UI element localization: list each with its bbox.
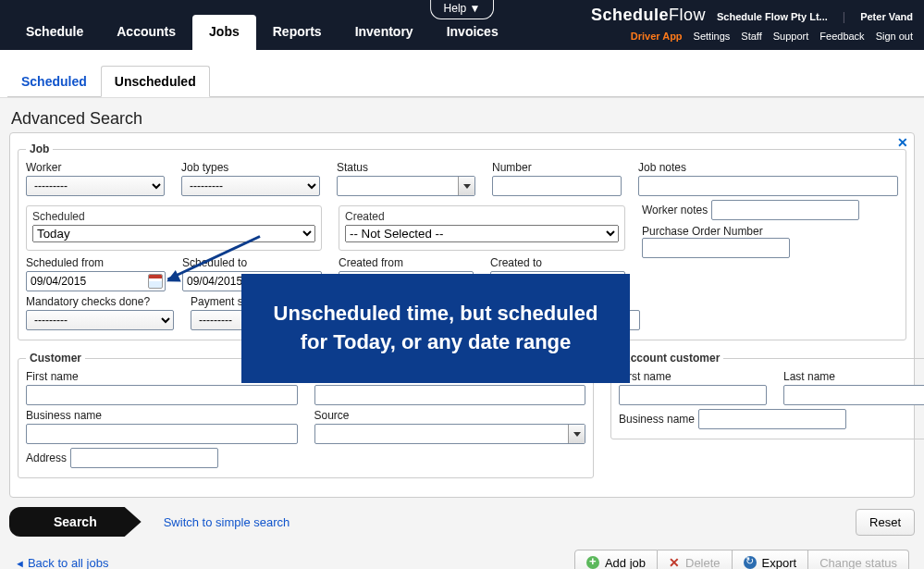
worker-label: Worker (26, 161, 165, 174)
cust-business-input[interactable] (26, 424, 298, 444)
calendar-icon[interactable] (148, 274, 163, 289)
number-input[interactable] (492, 176, 622, 196)
add-job-button[interactable]: Add job (574, 550, 658, 569)
number-label: Number (492, 161, 622, 174)
link-driver-app[interactable]: Driver App (631, 31, 683, 42)
nav-inventory[interactable]: Inventory (339, 15, 430, 50)
link-sign-out[interactable]: Sign out (876, 31, 913, 42)
back-to-jobs-link[interactable]: Back to all jobs (15, 556, 108, 570)
created-group: Created -- Not Selected -- (339, 205, 625, 251)
export-icon (744, 556, 757, 569)
user-name[interactable]: Peter Vand (860, 11, 913, 22)
account-customer-legend: Account customer (619, 352, 723, 365)
po-number-label: Purchase Order Number (642, 225, 763, 238)
advanced-search-title: Advanced Search (11, 109, 915, 129)
sub-tab-area: Scheduled Unscheduled (0, 50, 924, 98)
status-input[interactable] (337, 176, 475, 196)
job-notes-input[interactable] (638, 176, 898, 196)
scheduled-from-input[interactable] (26, 271, 166, 291)
company-name[interactable]: Schedule Flow Pty Lt... (717, 11, 828, 22)
brand-logo: ScheduleFlow (591, 6, 706, 25)
customer-legend: Customer (26, 352, 85, 365)
nav-jobs[interactable]: Jobs (192, 15, 256, 50)
cust-address-label: Address (26, 451, 67, 464)
acct-business-input[interactable] (698, 409, 846, 429)
job-notes-label: Job notes (638, 161, 898, 174)
nav-reports[interactable]: Reports (256, 15, 339, 50)
scheduled-group: Scheduled Today (26, 205, 322, 251)
acct-last-name-input[interactable] (783, 385, 924, 405)
worker-select[interactable]: --------- (26, 176, 165, 196)
worker-notes-input[interactable] (711, 200, 859, 220)
created-from-label: Created from (339, 256, 474, 269)
separator: | (843, 9, 845, 23)
mandatory-checks-label: Mandatory checks done? (26, 295, 174, 308)
mandatory-checks-select[interactable]: --------- (26, 310, 174, 330)
change-status-button[interactable]: Change status (808, 550, 909, 569)
subtab-scheduled[interactable]: Scheduled (7, 66, 101, 97)
main-nav: Schedule Accounts Jobs Reports Inventory… (9, 15, 515, 50)
acct-first-name-input[interactable] (619, 385, 767, 405)
delete-button[interactable]: ✕Delete (658, 550, 733, 569)
link-support[interactable]: Support (773, 31, 809, 42)
export-button[interactable]: Export (733, 550, 809, 569)
cust-source-input[interactable] (314, 424, 586, 444)
annotation-callout: Unscheduled time, but scheduled for Toda… (241, 274, 630, 383)
close-icon[interactable]: ✕ (897, 135, 908, 150)
subtab-unscheduled[interactable]: Unscheduled (101, 66, 210, 97)
worker-notes-label: Worker notes (642, 204, 708, 216)
nav-invoices[interactable]: Invoices (430, 15, 515, 50)
scheduled-group-label: Scheduled (32, 210, 315, 223)
switch-simple-link[interactable]: Switch to simple search (164, 515, 290, 529)
cust-source-label: Source (314, 409, 586, 422)
chevron-down-icon[interactable] (568, 425, 585, 443)
link-settings[interactable]: Settings (694, 31, 731, 42)
nav-accounts[interactable]: Accounts (100, 15, 192, 50)
scheduled-from-label: Scheduled from (26, 256, 166, 269)
job-types-label: Job types (181, 161, 320, 174)
job-legend: Job (26, 142, 53, 155)
po-number-input[interactable] (642, 238, 790, 258)
account-customer-fieldset: Account customer First name Last name Bu… (610, 352, 924, 439)
x-icon: ✕ (669, 555, 680, 569)
cust-first-name-input[interactable] (26, 385, 298, 405)
created-to-label: Created to (490, 256, 625, 269)
search-panel: ✕ Job Worker --------- Job types -------… (9, 132, 915, 498)
scheduled-select[interactable]: Today (32, 225, 315, 242)
app-header: Help ▼ Schedule Accounts Jobs Reports In… (0, 0, 924, 50)
link-staff[interactable]: Staff (741, 31, 761, 42)
created-select[interactable]: -- Not Selected -- (345, 225, 619, 242)
link-feedback[interactable]: Feedback (819, 31, 864, 42)
acct-last-name-label: Last name (783, 370, 924, 383)
chevron-down-icon[interactable] (458, 177, 474, 195)
reset-button[interactable]: Reset (856, 509, 915, 536)
content-area: Advanced Search ✕ Job Worker --------- J… (0, 98, 924, 569)
created-group-label: Created (345, 210, 619, 223)
cust-business-label: Business name (26, 409, 298, 422)
brand-area: ScheduleFlow Schedule Flow Pty Lt... | P… (591, 6, 924, 42)
status-label: Status (337, 161, 475, 174)
plus-icon (586, 556, 599, 569)
list-toolbar: Back to all jobs Add job ✕Delete Export … (9, 537, 915, 569)
search-button[interactable]: Search (9, 507, 142, 537)
acct-business-label: Business name (619, 413, 695, 426)
nav-schedule[interactable]: Schedule (9, 15, 100, 50)
acct-first-name-label: First name (619, 370, 767, 383)
job-types-select[interactable]: --------- (181, 176, 320, 196)
cust-address-input[interactable] (70, 448, 218, 468)
cust-last-name-input[interactable] (314, 385, 586, 405)
search-actions: Search Switch to simple search Reset (9, 507, 915, 537)
